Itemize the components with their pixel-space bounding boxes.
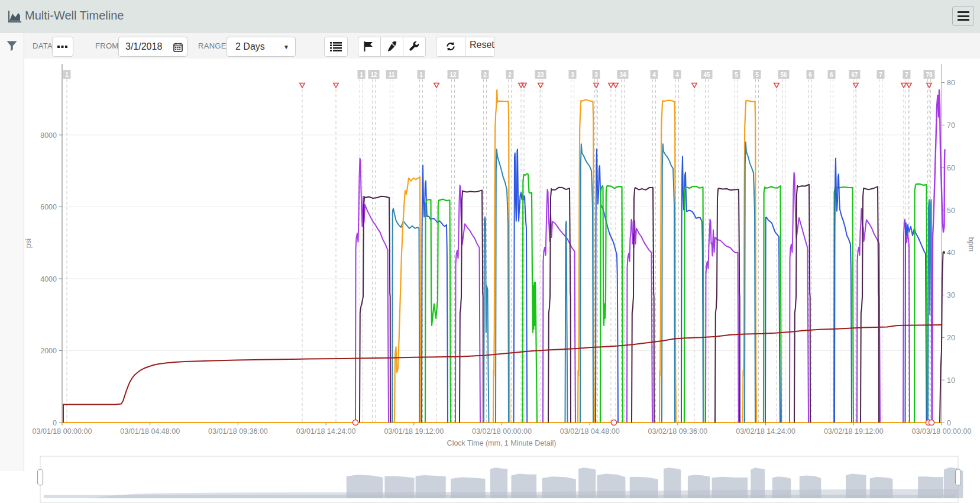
svg-text:5: 5	[755, 72, 759, 78]
svg-text:60: 60	[947, 164, 955, 172]
svg-text:03/01/18 14:24:00: 03/01/18 14:24:00	[296, 427, 356, 436]
svg-text:03/01/18 00:00:00: 03/01/18 00:00:00	[33, 427, 92, 436]
svg-text:80: 80	[947, 79, 955, 87]
svg-text:4: 4	[652, 72, 656, 78]
svg-text:03/01/18 09:36:00: 03/01/18 09:36:00	[208, 427, 268, 436]
svg-text:Clock Time (mm, 1 Minute Detai: Clock Time (mm, 1 Minute Detail)	[447, 439, 557, 447]
svg-text:0: 0	[53, 419, 57, 427]
svg-text:6: 6	[830, 72, 833, 78]
svg-text:03/02/18 04:48:00: 03/02/18 04:48:00	[560, 427, 620, 436]
svg-text:03/02/18 09:36:00: 03/02/18 09:36:00	[648, 427, 708, 436]
svg-text:1: 1	[360, 72, 363, 78]
svg-text:03/02/18 00:00:00: 03/02/18 00:00:00	[472, 427, 532, 436]
svg-text:5: 5	[735, 72, 738, 78]
svg-text:45: 45	[703, 72, 710, 78]
svg-text:3: 3	[594, 72, 598, 78]
svg-text:4: 4	[675, 72, 679, 78]
svg-text:03/02/18 14:24:00: 03/02/18 14:24:00	[736, 427, 795, 436]
svg-text:4000: 4000	[40, 275, 57, 283]
svg-text:7: 7	[905, 72, 908, 78]
svg-text:40: 40	[947, 249, 955, 257]
svg-text:70: 70	[947, 121, 955, 130]
svg-text:1: 1	[419, 72, 423, 78]
svg-text:12: 12	[370, 72, 377, 78]
svg-text:56: 56	[780, 72, 787, 78]
svg-text:7: 7	[879, 72, 882, 78]
svg-text:03/03/18 00:00:00: 03/03/18 00:00:00	[912, 427, 972, 436]
svg-text:1: 1	[65, 72, 69, 78]
svg-text:03/01/18 19:12:00: 03/01/18 19:12:00	[384, 427, 444, 436]
svg-text:67: 67	[851, 72, 858, 78]
svg-text:3: 3	[571, 72, 574, 78]
svg-text:23: 23	[537, 72, 544, 78]
svg-text:20: 20	[947, 334, 955, 342]
svg-text:2: 2	[483, 72, 487, 78]
svg-text:8000: 8000	[40, 131, 57, 140]
svg-text:50: 50	[947, 207, 955, 215]
svg-text:78: 78	[926, 72, 933, 78]
svg-text:12: 12	[449, 72, 457, 78]
svg-text:10: 10	[947, 376, 955, 385]
svg-text:2000: 2000	[40, 347, 57, 355]
svg-text:6000: 6000	[40, 203, 57, 211]
svg-text:bpm: bpm	[967, 237, 975, 252]
svg-text:11: 11	[389, 72, 395, 78]
svg-text:psi: psi	[24, 238, 33, 248]
svg-text:34: 34	[619, 72, 626, 78]
svg-text:30: 30	[947, 291, 955, 299]
svg-text:2: 2	[508, 72, 512, 78]
svg-text:03/02/18 19:12:00: 03/02/18 19:12:00	[824, 427, 884, 436]
svg-text:6: 6	[808, 72, 812, 78]
svg-text:0: 0	[947, 419, 951, 427]
svg-text:03/01/18 04:48:00: 03/01/18 04:48:00	[120, 427, 180, 436]
